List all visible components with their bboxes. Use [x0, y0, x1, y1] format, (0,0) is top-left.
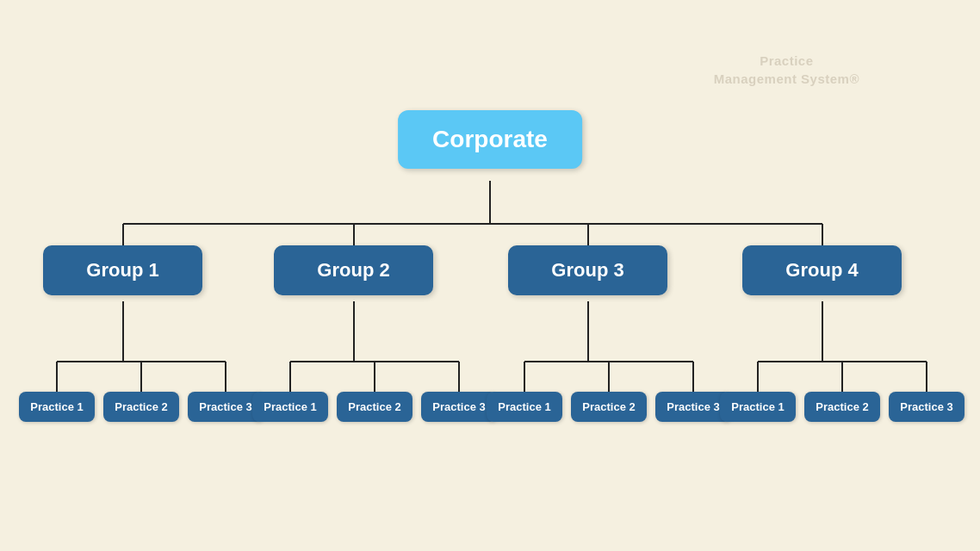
- g2-practice2-label: Practice 2: [348, 400, 400, 413]
- watermark-line1: Practice: [714, 52, 859, 70]
- group4-node[interactable]: Group 4: [742, 245, 902, 295]
- g3-practice2-node[interactable]: Practice 2: [571, 392, 647, 422]
- group3-label: Group 3: [551, 259, 623, 281]
- g1-practice3-label: Practice 3: [199, 400, 251, 413]
- group1-label: Group 1: [86, 259, 158, 281]
- g4-practice2-label: Practice 2: [816, 400, 868, 413]
- group2-label: Group 2: [317, 259, 389, 281]
- g2-practice3-node[interactable]: Practice 3: [421, 392, 497, 422]
- g3-practice1-label: Practice 1: [498, 400, 550, 413]
- g2-practice3-label: Practice 3: [432, 400, 485, 413]
- watermark: Practice Management System®: [714, 52, 859, 88]
- g2-practice1-node[interactable]: Practice 1: [252, 392, 328, 422]
- g1-practice1-node[interactable]: Practice 1: [19, 392, 95, 422]
- g2-practice1-label: Practice 1: [264, 400, 316, 413]
- g4-practice2-node[interactable]: Practice 2: [804, 392, 880, 422]
- group4-label: Group 4: [785, 259, 858, 281]
- g1-practice2-node[interactable]: Practice 2: [103, 392, 179, 422]
- group3-node[interactable]: Group 3: [508, 245, 667, 295]
- g4-practice1-label: Practice 1: [731, 400, 784, 413]
- g1-practice2-label: Practice 2: [115, 400, 167, 413]
- g3-practice3-label: Practice 3: [667, 400, 719, 413]
- g4-practice3-label: Practice 3: [900, 400, 952, 413]
- g3-practice2-label: Practice 2: [582, 400, 635, 413]
- g4-practice3-node[interactable]: Practice 3: [889, 392, 964, 422]
- g4-practice1-node[interactable]: Practice 1: [720, 392, 796, 422]
- g2-practice2-node[interactable]: Practice 2: [337, 392, 412, 422]
- g1-practice1-label: Practice 1: [30, 400, 83, 413]
- corporate-node[interactable]: Corporate: [398, 110, 582, 169]
- g3-practice1-node[interactable]: Practice 1: [487, 392, 562, 422]
- corporate-label: Corporate: [432, 126, 548, 152]
- group2-node[interactable]: Group 2: [274, 245, 433, 295]
- watermark-line2: Management System®: [714, 70, 859, 88]
- group1-node[interactable]: Group 1: [43, 245, 202, 295]
